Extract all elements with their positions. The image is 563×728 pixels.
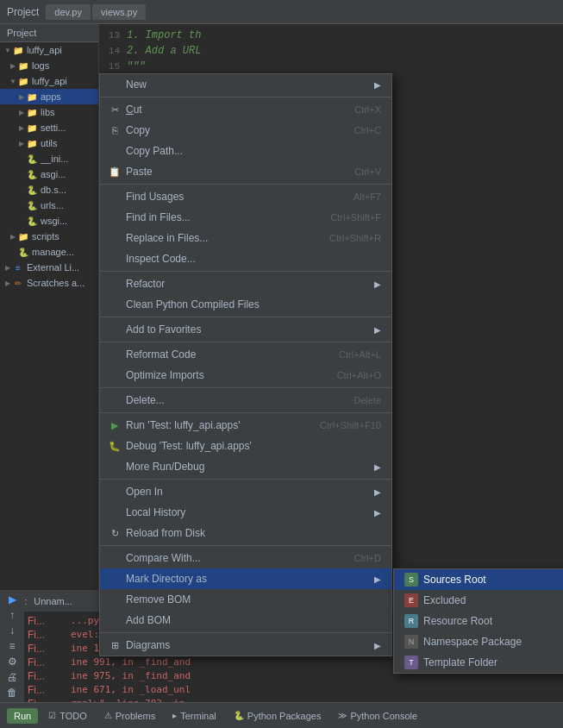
menu-item-run-test[interactable]: ▶ Run 'Test: luffy_api.apps' Ctrl+Shift+… <box>100 415 391 436</box>
submenu-item-template-folder[interactable]: T Template Folder <box>394 652 563 673</box>
submenu-mark-directory: S Sources Root E Excluded R Resource Roo… <box>393 568 563 674</box>
menu-icon <box>107 612 122 628</box>
run-settings-button[interactable]: ⚙ <box>3 656 22 668</box>
problems-label: Problems <box>116 711 155 721</box>
menu-item-copy[interactable]: ⎘ Copy Ctrl+C <box>100 120 391 141</box>
tree-label: wsgi... <box>41 216 67 226</box>
python-console-button[interactable]: ≫ Python Console <box>331 708 424 724</box>
tree-item-db[interactable]: 🐍 db.s... <box>0 182 98 198</box>
problems-button[interactable]: ⚠ Problems <box>97 708 162 724</box>
menu-item-clean-python[interactable]: Clean Python Compiled Files <box>100 294 391 315</box>
submenu-arrow-icon: ▶ <box>374 462 381 472</box>
submenu-item-excluded[interactable]: E Excluded <box>394 590 563 611</box>
code-text: 1. Import th <box>127 29 201 41</box>
menu-item-diagrams[interactable]: ⊞ Diagrams ▶ <box>100 635 391 656</box>
menu-item-find-in-files[interactable]: Find in Files... Ctrl+Shift+F <box>100 207 391 228</box>
menu-item-find-usages[interactable]: Find Usages Alt+F7 <box>100 186 391 207</box>
py-icon: 🐍 <box>26 184 38 196</box>
tree-item-external[interactable]: ▶ ≡ External Li... <box>0 260 98 275</box>
submenu-item-resource-root[interactable]: R Resource Root <box>394 611 563 631</box>
tree-item-logs[interactable]: ▶ 📁 logs <box>0 58 98 73</box>
python-pkg-icon: 🐍 <box>234 711 244 720</box>
menu-item-replace-in-files[interactable]: Replace in Files... Ctrl+Shift+R <box>100 228 391 248</box>
run-list-button[interactable]: ≡ <box>3 640 22 652</box>
run-print-button[interactable]: 🖨 <box>3 671 22 683</box>
menu-item-inspect-code[interactable]: Inspect Code... <box>100 248 391 269</box>
tab-views-py[interactable]: views.py <box>92 4 146 20</box>
menu-item-remove-bom[interactable]: Remove BOM <box>100 589 391 610</box>
menu-item-mark-directory-as[interactable]: Mark Directory as ▶ S Sources Root E Exc… <box>100 568 391 589</box>
menu-item-reload-disk[interactable]: ↻ Reload from Disk <box>100 523 391 543</box>
run-up-button[interactable]: ↑ <box>3 609 22 621</box>
run-status-button[interactable]: Run <box>7 708 38 724</box>
tree-item-apps[interactable]: ▶ 📁 apps <box>0 89 98 104</box>
tree-item-manage[interactable]: 🐍 manage... <box>0 244 98 260</box>
resource-root-icon: R <box>404 614 418 628</box>
tree-label: logs <box>32 60 49 71</box>
tree-item-scripts[interactable]: ▶ 📁 scripts <box>0 229 98 244</box>
menu-item-paste[interactable]: 📋 Paste Ctrl+V <box>100 161 391 182</box>
run-line: Fi... <box>28 670 64 684</box>
title-bar: Project dev.py views.py <box>0 0 563 24</box>
menu-shortcut: Ctrl+Alt+L <box>339 349 381 360</box>
menu-item-compare-with[interactable]: Compare With... Ctrl+D <box>100 548 391 568</box>
arrow-icon: ▶ <box>3 263 12 272</box>
submenu-item-sources-root[interactable]: S Sources Root <box>394 569 563 590</box>
tree-item-wsgi[interactable]: 🐍 wsgi... <box>0 213 98 229</box>
menu-item-cut[interactable]: ✂ Cut Ctrl+X <box>100 99 391 120</box>
menu-item-delete[interactable]: Delete... Delete <box>100 390 391 411</box>
menu-item-new[interactable]: New ▶ <box>100 74 391 95</box>
spacer <box>17 185 26 194</box>
tree-item-scratches[interactable]: ▶ ✏ Scratches a... <box>0 275 98 291</box>
run-trash-button[interactable]: 🗑 <box>3 687 22 699</box>
terminal-button[interactable]: ▸ Terminal <box>166 708 223 724</box>
menu-shortcut: Ctrl+X <box>354 104 381 115</box>
python-packages-button[interactable]: 🐍 Python Packages <box>227 708 328 724</box>
tree-item-settings[interactable]: ▶ 📁 setti... <box>0 120 98 135</box>
menu-item-optimize-imports[interactable]: Optimize Imports Ctrl+Alt+O <box>100 365 391 386</box>
menu-item-add-favorites[interactable]: Add to Favorites ▶ <box>100 319 391 340</box>
menu-item-more-run[interactable]: More Run/Debug ▶ <box>100 456 391 477</box>
tree-item-asgi[interactable]: 🐍 asgi... <box>0 166 98 182</box>
menu-item-add-bom[interactable]: Add BOM <box>100 610 391 631</box>
menu-separator <box>100 342 391 342</box>
run-play-button[interactable]: ▶ <box>3 593 22 606</box>
run-sidebar: ▶ ↑ ↓ ≡ ⚙ 🖨 🗑 <box>0 590 24 702</box>
tree-item-luffy-root[interactable]: ▼ 📁 luffy_api <box>0 42 98 58</box>
menu-item-copy-path[interactable]: Copy Path... <box>100 141 391 161</box>
menu-separator <box>100 184 391 185</box>
run-line: Fi... <box>28 656 64 670</box>
menu-icon <box>107 251 122 267</box>
submenu-arrow-icon: ▶ <box>374 279 381 289</box>
menu-shortcut: Ctrl+Shift+F <box>330 212 381 223</box>
menu-label: Cut <box>126 104 347 116</box>
menu-item-debug-test[interactable]: 🐛 Debug 'Test: luffy_api.apps' <box>100 436 391 456</box>
menu-item-open-in[interactable]: Open In ▶ <box>100 481 391 502</box>
menu-shortcut: Ctrl+Alt+O <box>337 370 381 380</box>
tree-item-libs[interactable]: ▶ 📁 libs <box>0 104 98 120</box>
tree-item-utils[interactable]: ▶ 📁 utils <box>0 135 98 151</box>
tree-item-urls[interactable]: 🐍 urls... <box>0 198 98 213</box>
submenu-item-namespace-package[interactable]: N Namespace Package <box>394 631 563 652</box>
folder-icon: 📁 <box>26 91 38 103</box>
menu-item-reformat[interactable]: Reformat Code Ctrl+Alt+L <box>100 344 391 365</box>
menu-item-local-history[interactable]: Local History ▶ <box>100 502 391 523</box>
tree-label: apps <box>41 91 61 102</box>
run-line: Fi... <box>28 684 64 698</box>
tree-label: db.s... <box>41 185 66 195</box>
menu-icon <box>107 143 122 159</box>
todo-button[interactable]: ☑ TODO <box>41 708 94 724</box>
project-title: Project <box>7 6 39 18</box>
menu-item-refactor[interactable]: Refactor ▶ <box>100 273 391 294</box>
menu-icon <box>107 592 122 607</box>
menu-icon <box>107 571 122 587</box>
menu-label: Add BOM <box>126 614 381 626</box>
tab-dev-py[interactable]: dev.py <box>46 4 91 20</box>
run-line: Fi... <box>28 643 64 656</box>
run-down-button[interactable]: ↓ <box>3 624 22 637</box>
menu-shortcut: Alt+F7 <box>353 191 381 202</box>
tree-item-luffy-api[interactable]: ▼ 📁 luffy_api <box>0 73 98 89</box>
tree-item-init[interactable]: 🐍 __ini... <box>0 151 98 166</box>
submenu-arrow-icon: ▶ <box>374 508 381 518</box>
run-status-label: Run <box>14 711 31 721</box>
